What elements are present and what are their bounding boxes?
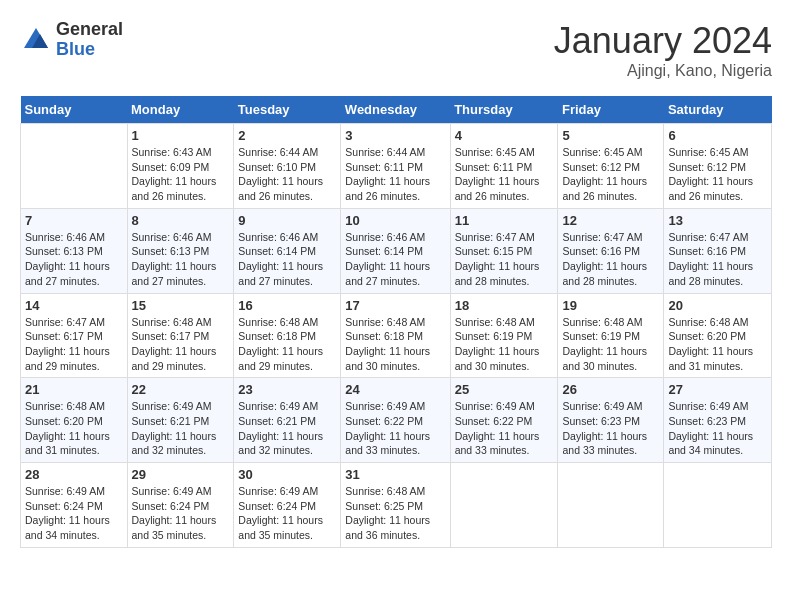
day-number: 17 [345,298,445,313]
calendar-cell: 29Sunrise: 6:49 AMSunset: 6:24 PMDayligh… [127,463,234,548]
day-number: 4 [455,128,554,143]
day-detail: Sunrise: 6:49 AMSunset: 6:21 PMDaylight:… [238,400,323,456]
day-detail: Sunrise: 6:49 AMSunset: 6:24 PMDaylight:… [25,485,110,541]
day-number: 9 [238,213,336,228]
calendar-cell [664,463,772,548]
weekday-header-tuesday: Tuesday [234,96,341,124]
day-number: 31 [345,467,445,482]
weekday-header-sunday: Sunday [21,96,128,124]
calendar-cell: 19Sunrise: 6:48 AMSunset: 6:19 PMDayligh… [558,293,664,378]
calendar-cell: 13Sunrise: 6:47 AMSunset: 6:16 PMDayligh… [664,208,772,293]
day-detail: Sunrise: 6:49 AMSunset: 6:24 PMDaylight:… [238,485,323,541]
day-number: 22 [132,382,230,397]
day-number: 23 [238,382,336,397]
day-detail: Sunrise: 6:46 AMSunset: 6:14 PMDaylight:… [238,231,323,287]
day-number: 11 [455,213,554,228]
calendar-week-row: 1Sunrise: 6:43 AMSunset: 6:09 PMDaylight… [21,124,772,209]
calendar-cell: 24Sunrise: 6:49 AMSunset: 6:22 PMDayligh… [341,378,450,463]
day-number: 5 [562,128,659,143]
day-number: 8 [132,213,230,228]
day-detail: Sunrise: 6:43 AMSunset: 6:09 PMDaylight:… [132,146,217,202]
day-detail: Sunrise: 6:49 AMSunset: 6:23 PMDaylight:… [562,400,647,456]
weekday-header-monday: Monday [127,96,234,124]
day-number: 18 [455,298,554,313]
calendar-cell: 16Sunrise: 6:48 AMSunset: 6:18 PMDayligh… [234,293,341,378]
day-detail: Sunrise: 6:47 AMSunset: 6:15 PMDaylight:… [455,231,540,287]
calendar-cell: 23Sunrise: 6:49 AMSunset: 6:21 PMDayligh… [234,378,341,463]
day-detail: Sunrise: 6:48 AMSunset: 6:19 PMDaylight:… [455,316,540,372]
day-number: 28 [25,467,123,482]
day-number: 26 [562,382,659,397]
calendar-cell: 10Sunrise: 6:46 AMSunset: 6:14 PMDayligh… [341,208,450,293]
calendar-cell: 20Sunrise: 6:48 AMSunset: 6:20 PMDayligh… [664,293,772,378]
calendar-cell: 30Sunrise: 6:49 AMSunset: 6:24 PMDayligh… [234,463,341,548]
day-number: 12 [562,213,659,228]
day-detail: Sunrise: 6:44 AMSunset: 6:10 PMDaylight:… [238,146,323,202]
calendar-cell [450,463,558,548]
calendar-week-row: 21Sunrise: 6:48 AMSunset: 6:20 PMDayligh… [21,378,772,463]
calendar-week-row: 7Sunrise: 6:46 AMSunset: 6:13 PMDaylight… [21,208,772,293]
day-detail: Sunrise: 6:47 AMSunset: 6:16 PMDaylight:… [562,231,647,287]
calendar-cell: 25Sunrise: 6:49 AMSunset: 6:22 PMDayligh… [450,378,558,463]
day-number: 14 [25,298,123,313]
calendar-cell: 4Sunrise: 6:45 AMSunset: 6:11 PMDaylight… [450,124,558,209]
day-detail: Sunrise: 6:45 AMSunset: 6:11 PMDaylight:… [455,146,540,202]
calendar-cell: 3Sunrise: 6:44 AMSunset: 6:11 PMDaylight… [341,124,450,209]
day-number: 25 [455,382,554,397]
day-number: 1 [132,128,230,143]
weekday-header-saturday: Saturday [664,96,772,124]
calendar-cell: 9Sunrise: 6:46 AMSunset: 6:14 PMDaylight… [234,208,341,293]
calendar-cell: 8Sunrise: 6:46 AMSunset: 6:13 PMDaylight… [127,208,234,293]
weekday-header-wednesday: Wednesday [341,96,450,124]
calendar-cell: 18Sunrise: 6:48 AMSunset: 6:19 PMDayligh… [450,293,558,378]
day-number: 13 [668,213,767,228]
weekday-header-friday: Friday [558,96,664,124]
day-detail: Sunrise: 6:45 AMSunset: 6:12 PMDaylight:… [668,146,753,202]
day-detail: Sunrise: 6:45 AMSunset: 6:12 PMDaylight:… [562,146,647,202]
calendar-cell: 2Sunrise: 6:44 AMSunset: 6:10 PMDaylight… [234,124,341,209]
day-number: 30 [238,467,336,482]
month-title: January 2024 [554,20,772,62]
calendar-cell: 11Sunrise: 6:47 AMSunset: 6:15 PMDayligh… [450,208,558,293]
calendar-cell: 22Sunrise: 6:49 AMSunset: 6:21 PMDayligh… [127,378,234,463]
logo: General Blue [20,20,123,60]
day-detail: Sunrise: 6:49 AMSunset: 6:22 PMDaylight:… [345,400,430,456]
day-number: 15 [132,298,230,313]
calendar-table: SundayMondayTuesdayWednesdayThursdayFrid… [20,96,772,548]
day-number: 29 [132,467,230,482]
day-detail: Sunrise: 6:49 AMSunset: 6:22 PMDaylight:… [455,400,540,456]
calendar-cell: 7Sunrise: 6:46 AMSunset: 6:13 PMDaylight… [21,208,128,293]
logo-icon [20,24,52,56]
day-detail: Sunrise: 6:48 AMSunset: 6:20 PMDaylight:… [25,400,110,456]
calendar-cell: 26Sunrise: 6:49 AMSunset: 6:23 PMDayligh… [558,378,664,463]
day-detail: Sunrise: 6:48 AMSunset: 6:17 PMDaylight:… [132,316,217,372]
day-detail: Sunrise: 6:46 AMSunset: 6:14 PMDaylight:… [345,231,430,287]
calendar-cell: 5Sunrise: 6:45 AMSunset: 6:12 PMDaylight… [558,124,664,209]
day-detail: Sunrise: 6:48 AMSunset: 6:19 PMDaylight:… [562,316,647,372]
calendar-cell: 27Sunrise: 6:49 AMSunset: 6:23 PMDayligh… [664,378,772,463]
day-detail: Sunrise: 6:48 AMSunset: 6:18 PMDaylight:… [238,316,323,372]
day-detail: Sunrise: 6:49 AMSunset: 6:24 PMDaylight:… [132,485,217,541]
day-detail: Sunrise: 6:44 AMSunset: 6:11 PMDaylight:… [345,146,430,202]
day-detail: Sunrise: 6:47 AMSunset: 6:17 PMDaylight:… [25,316,110,372]
logo-general: General [56,20,123,40]
day-detail: Sunrise: 6:48 AMSunset: 6:25 PMDaylight:… [345,485,430,541]
calendar-cell [558,463,664,548]
day-number: 20 [668,298,767,313]
title-block: January 2024 Ajingi, Kano, Nigeria [554,20,772,80]
page-header: General Blue January 2024 Ajingi, Kano, … [20,20,772,80]
day-number: 10 [345,213,445,228]
weekday-header-row: SundayMondayTuesdayWednesdayThursdayFrid… [21,96,772,124]
calendar-cell: 1Sunrise: 6:43 AMSunset: 6:09 PMDaylight… [127,124,234,209]
day-number: 21 [25,382,123,397]
calendar-cell: 28Sunrise: 6:49 AMSunset: 6:24 PMDayligh… [21,463,128,548]
logo-text: General Blue [56,20,123,60]
day-number: 3 [345,128,445,143]
day-number: 27 [668,382,767,397]
calendar-week-row: 14Sunrise: 6:47 AMSunset: 6:17 PMDayligh… [21,293,772,378]
location-title: Ajingi, Kano, Nigeria [554,62,772,80]
day-detail: Sunrise: 6:48 AMSunset: 6:20 PMDaylight:… [668,316,753,372]
calendar-cell: 14Sunrise: 6:47 AMSunset: 6:17 PMDayligh… [21,293,128,378]
day-detail: Sunrise: 6:46 AMSunset: 6:13 PMDaylight:… [25,231,110,287]
calendar-cell: 6Sunrise: 6:45 AMSunset: 6:12 PMDaylight… [664,124,772,209]
